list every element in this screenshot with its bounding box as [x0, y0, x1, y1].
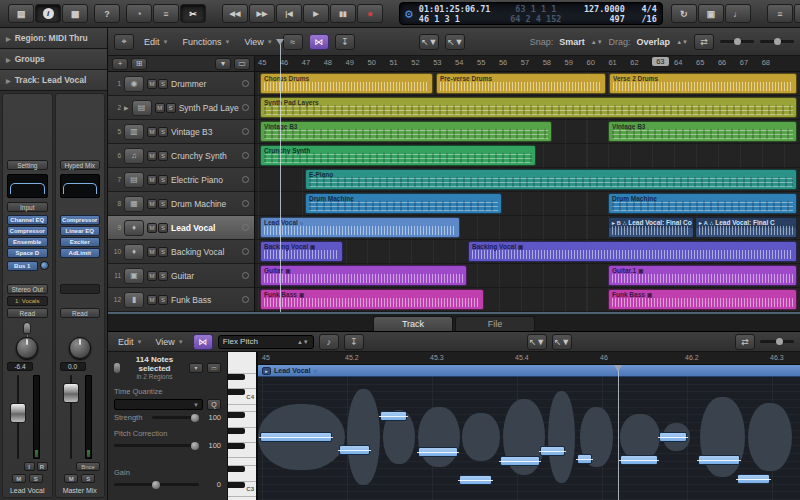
snap-stepper[interactable]: ▲▼	[591, 39, 603, 45]
track-header-crunchy-synth[interactable]: 6♫MSCrunchy Synth	[108, 144, 254, 168]
auto-zoom-button[interactable]: ▾	[215, 58, 231, 70]
track-header-drummer[interactable]: 1◉MSDrummer	[108, 72, 254, 96]
rewind-button[interactable]: ◀◀	[222, 4, 248, 23]
track-header-drum-machine[interactable]: 8▦MSDrum Machine	[108, 192, 254, 216]
waveform-zoom-icon[interactable]: ⇄	[694, 34, 714, 50]
solo-button[interactable]: S	[166, 103, 176, 113]
input-monitor-button[interactable]: I	[24, 462, 35, 471]
region[interactable]: Funk Bass▣	[608, 289, 797, 310]
solo-button[interactable]: S	[158, 127, 168, 137]
track-lane[interactable]: Backing Vocal▣Backing Vocal▣	[255, 240, 800, 264]
region[interactable]: ▸B∴Lead Vocal: Final Co	[608, 217, 694, 238]
solo-button[interactable]: S	[158, 175, 168, 185]
region[interactable]: Drum Machine	[608, 193, 797, 214]
volume-fader[interactable]	[13, 375, 23, 459]
vertical-zoom-slider[interactable]	[720, 40, 754, 43]
track-lane[interactable]: Drum MachineDrum Machine	[255, 192, 800, 216]
track-inspector-header[interactable]: ▶ Track: Lead Vocal	[0, 70, 107, 91]
track-on-icon[interactable]	[242, 152, 249, 159]
region-play-icon[interactable]: ▸	[262, 367, 271, 375]
track-on-icon[interactable]	[242, 248, 249, 255]
track-lane[interactable]: Guitar▣Guitar.1▣	[255, 264, 800, 288]
flex-pitch-note[interactable]	[737, 474, 770, 484]
region[interactable]: Funk Bass▣	[260, 289, 484, 310]
track-header-guitar[interactable]: 11▣MSGuitar	[108, 264, 254, 288]
bar-ruler[interactable]: 4546474849505152535455565758596061626364…	[255, 56, 800, 71]
drag-stepper[interactable]: ▲▼	[676, 39, 688, 45]
input-slot[interactable]: Input	[7, 202, 48, 212]
note-pads-icon[interactable]: ▨	[794, 4, 800, 23]
volume-fader[interactable]	[66, 375, 76, 459]
smart-controls-button[interactable]: ≡	[153, 4, 179, 23]
solo-button[interactable]: S	[158, 223, 168, 233]
mute-button[interactable]: M	[147, 247, 157, 257]
setting-button[interactable]: Hyped Mix	[60, 160, 101, 170]
region[interactable]: Pre-verse Drums	[436, 73, 606, 94]
volume-value[interactable]: 0.0	[60, 362, 86, 371]
tab-file[interactable]: File	[455, 316, 535, 331]
track-header-synth-pad-layers[interactable]: 2▶▤MSSynth Pad Layers	[108, 96, 254, 120]
track-on-icon[interactable]	[242, 224, 249, 231]
panel-view-button[interactable]: ▭	[207, 363, 221, 373]
track-on-icon[interactable]	[242, 200, 249, 207]
editor-playhead[interactable]	[618, 365, 619, 500]
automation-mode-button[interactable]: Read	[60, 308, 101, 318]
plugin-slot[interactable]: AdLimit	[60, 248, 101, 258]
volume-value[interactable]: -6.4	[7, 362, 33, 371]
quantize-apply-button[interactable]: Q	[207, 399, 221, 410]
cycle-button[interactable]: ↻	[671, 4, 697, 23]
go-to-beginning-button[interactable]: |◀	[276, 4, 302, 23]
view-menu[interactable]: View▼	[240, 35, 276, 49]
track-lane[interactable]: Funk Bass▣Funk Bass▣	[255, 288, 800, 312]
flex-mode-selector[interactable]: Flex Pitch ▲▼	[218, 335, 314, 349]
flex-pitch-note[interactable]	[659, 432, 687, 442]
track-on-icon[interactable]	[242, 272, 249, 279]
command-click-tool-selector[interactable]: ↖ ▼	[445, 34, 465, 50]
mute-button[interactable]: M	[147, 127, 157, 137]
setting-button[interactable]: Setting	[7, 160, 48, 170]
track-on-icon[interactable]	[242, 104, 249, 111]
lcd-settings-gear-icon[interactable]: ⚙	[405, 6, 413, 21]
tools-button[interactable]: ✂	[180, 4, 206, 23]
region[interactable]: Vintage B3	[608, 121, 797, 142]
editor-view-menu[interactable]: View▼	[151, 335, 187, 349]
region[interactable]: Guitar.1▣	[608, 265, 797, 286]
flex-pitch-note[interactable]	[540, 446, 565, 456]
editor-edit-menu[interactable]: Edit▼	[114, 335, 146, 349]
track-header-funk-bass[interactable]: 12▮MSFunk Bass	[108, 288, 254, 312]
group-slot[interactable]: 1: Vocals	[7, 296, 48, 306]
plugin-slot[interactable]: Compressor	[7, 226, 48, 236]
black-key[interactable]	[228, 428, 245, 434]
solo-button[interactable]: S	[158, 151, 168, 161]
flex-pitch-note[interactable]	[418, 447, 458, 457]
groups-inspector-header[interactable]: ▶ Groups	[0, 49, 107, 70]
edit-menu[interactable]: Edit▼	[140, 35, 172, 49]
waveform-zoom-icon[interactable]: ⇄	[735, 334, 755, 350]
pointer-tool-selector[interactable]: ↖ ▼	[527, 334, 547, 350]
black-key[interactable]	[228, 374, 245, 380]
region[interactable]: Backing Vocal▣	[260, 241, 343, 262]
track-on-icon[interactable]	[242, 80, 249, 87]
catch-playhead-icon[interactable]: ↧	[344, 334, 364, 350]
mute-button[interactable]: M	[147, 199, 157, 209]
region[interactable]: Vintage B3	[260, 121, 552, 142]
record-button[interactable]: ●	[357, 4, 383, 23]
plugin-slot[interactable]: Channel EQ	[7, 215, 48, 225]
quick-help-button[interactable]: ?	[94, 4, 120, 23]
autopunch-button[interactable]: ▣	[698, 4, 724, 23]
piano-keyboard[interactable]: C4C3	[228, 352, 258, 500]
mute-button[interactable]: M	[147, 79, 157, 89]
track-filter-icon[interactable]: ↧	[335, 34, 355, 50]
editor-region-header[interactable]: ▸ Lead Vocal ○	[258, 365, 800, 377]
track-on-icon[interactable]	[242, 128, 249, 135]
horizontal-zoom-slider[interactable]	[760, 40, 794, 43]
region[interactable]: Verse 2 Drums	[609, 73, 797, 94]
solo-button[interactable]: S	[81, 474, 95, 483]
region[interactable]: E-Piano	[305, 169, 797, 190]
automation-mode-button[interactable]: Read	[7, 308, 48, 318]
track-on-icon[interactable]	[242, 296, 249, 303]
send-knob[interactable]	[40, 261, 49, 270]
track-header-electric-piano[interactable]: 7▤MSElectric Piano	[108, 168, 254, 192]
region[interactable]: Chorus Drums	[260, 73, 433, 94]
plugin-slot[interactable]: Ensemble	[7, 237, 48, 247]
